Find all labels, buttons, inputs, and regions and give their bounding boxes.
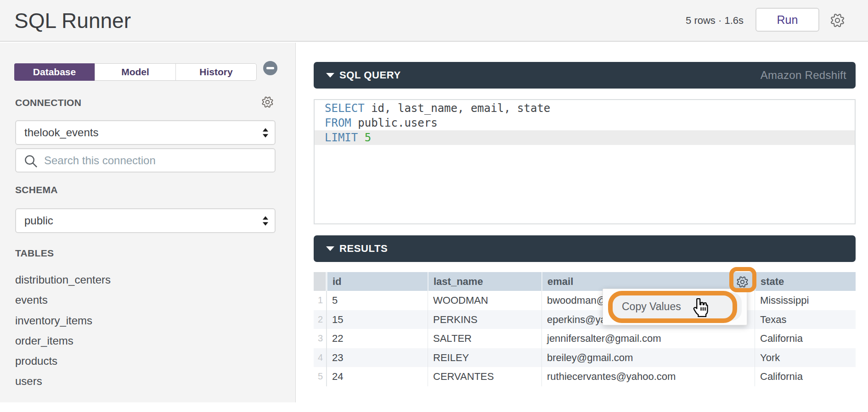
table-row[interactable]: 2 15 PERKINS eperkins@ya Texas [314,310,856,329]
results-table-header: id last_name email state [314,272,856,291]
tab-model[interactable]: Model [95,64,175,80]
sql-keyword: LIMIT [325,131,358,144]
collapse-sidebar-button[interactable] [263,61,277,75]
row-number-header [314,272,327,291]
sql-code: SELECT id, last_name, email, state FROM … [315,100,855,145]
cell-last-name: SALTER [428,329,541,348]
table-row[interactable]: 1 5 WOODMAN bwoodman@ Mississippi [314,291,856,310]
schema-label: SCHEMA [15,184,58,195]
cell-id: 15 [327,310,428,329]
row-number: 1 [314,291,327,310]
column-header-email[interactable]: email [541,272,755,291]
sidebar-tabs: Database Model History [14,63,257,81]
tab-history[interactable]: History [175,64,256,80]
table-item-distribution-centers[interactable]: distribution_centers [15,270,272,290]
column-context-menu: Copy Values [603,289,747,325]
minus-icon [266,67,274,69]
cell-id: 5 [327,291,428,310]
tables-list: distribution_centers events inventory_it… [15,270,272,392]
table-item-users[interactable]: users [15,371,272,391]
cell-state: Texas [755,310,856,329]
menu-item-copy-values[interactable]: Copy Values [609,292,742,321]
sql-text [358,131,364,144]
results-title: RESULTS [339,243,388,255]
collapse-triangle-icon [326,73,334,78]
cell-id: 24 [327,367,428,386]
cell-state: Mississippi [755,291,856,310]
cell-state: California [755,367,856,386]
row-number: 4 [314,348,327,367]
sql-keyword: SELECT [325,102,365,115]
sidebar: Database Model History CONNECTION theloo… [0,43,296,402]
row-number: 2 [314,310,327,329]
results-panel-header[interactable]: RESULTS [314,235,856,262]
code-line-3: LIMIT 5 [315,130,855,145]
connection-select[interactable]: thelook_events [15,120,276,145]
select-updown-icon [262,216,269,226]
cell-email: breiley@gmail.com [541,348,755,367]
sql-editor[interactable]: SELECT id, last_name, email, state FROM … [314,99,856,224]
sql-text: id, last_name, email, state [365,102,551,115]
table-item-events[interactable]: events [15,290,272,310]
table-item-products[interactable]: products [15,351,272,371]
page-title: SQL Runner [14,6,131,35]
sql-keyword: FROM [325,117,351,129]
query-status: 5 rows · 1.6s [686,15,744,27]
results-table: id last_name email state 1 5 WOODMAN bwo… [314,272,856,386]
cell-id: 23 [327,348,428,367]
settings-gear-icon[interactable] [830,13,845,28]
cell-last-name: PERKINS [428,310,541,329]
table-item-order-items[interactable]: order_items [15,331,272,351]
connection-gear-icon[interactable] [261,96,274,108]
table-item-inventory-items[interactable]: inventory_items [15,311,272,331]
cell-last-name: WOODMAN [428,291,541,310]
tables-label: TABLES [15,248,54,259]
connection-search [15,148,276,173]
table-row[interactable]: 4 23 REILEY breiley@gmail.com York [314,348,856,367]
cell-state: York [755,348,856,367]
column-header-state[interactable]: state [755,272,856,291]
run-button[interactable]: Run [755,8,819,32]
top-bar: SQL Runner 5 rows · 1.6s Run [0,0,868,42]
schema-select-value: public [24,214,53,227]
cell-email: ruthiecervantes@yahoo.com [541,367,755,386]
search-input[interactable] [44,149,269,172]
search-icon [24,154,38,168]
sql-runner-app: SQL Runner 5 rows · 1.6s Run Database Mo… [0,0,868,412]
column-header-id[interactable]: id [327,272,428,291]
sql-text: public.users [351,117,438,129]
cell-last-name: CERVANTES [428,367,541,386]
schema-select[interactable]: public [15,208,276,233]
code-line-2: FROM public.users [315,116,855,130]
row-number: 3 [314,329,327,348]
column-header-last-name[interactable]: last_name [428,272,541,291]
tab-database[interactable]: Database [14,63,95,81]
connection-select-value: thelook_events [24,126,98,139]
cell-last-name: REILEY [428,348,541,367]
sql-query-panel-header[interactable]: SQL QUERY Amazon Redshift [314,62,856,89]
collapse-triangle-icon [326,246,334,251]
select-updown-icon [262,128,269,138]
row-number: 5 [314,367,327,386]
connection-label: CONNECTION [15,97,81,108]
column-gear-icon[interactable] [736,276,749,288]
sql-query-title: SQL QUERY [339,69,401,81]
table-row[interactable]: 5 24 CERVANTES ruthiecervantes@yahoo.com… [314,367,856,386]
code-line-1: SELECT id, last_name, email, state [315,101,855,116]
cell-email: jennifersalter@gmail.com [541,329,755,348]
table-row[interactable]: 3 22 SALTER jennifersalter@gmail.com Cal… [314,329,856,348]
sql-number: 5 [365,131,371,144]
cell-id: 22 [327,329,428,348]
dialect-label: Amazon Redshift [761,69,846,82]
cell-state: California [755,329,856,348]
